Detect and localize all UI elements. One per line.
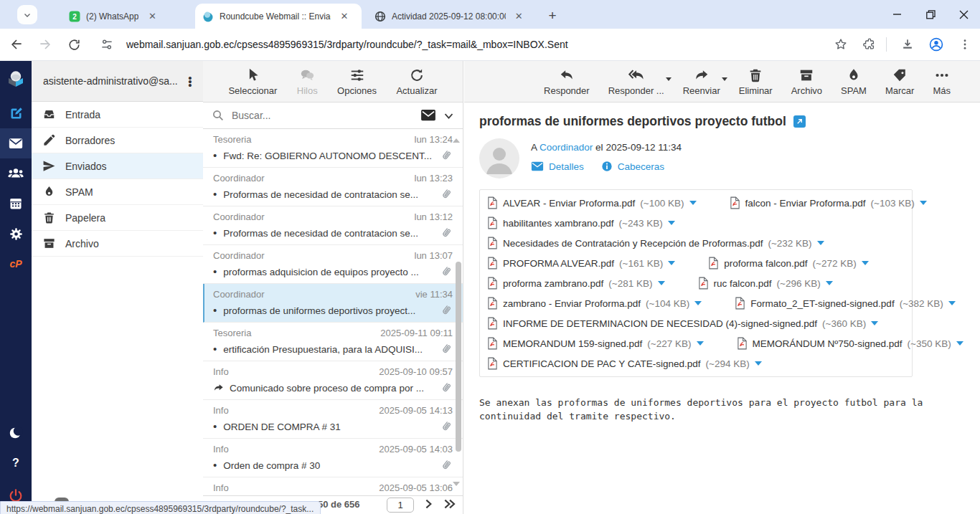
compose-icon[interactable] <box>0 98 32 128</box>
new-tab-button[interactable]: + <box>542 6 562 26</box>
attachment-menu-caret-icon[interactable] <box>658 281 665 289</box>
details-link[interactable]: Detalles <box>531 161 584 172</box>
attachment[interactable]: CERTIFICACION DE PAC Y CATE-signed.pdf(~… <box>487 357 762 370</box>
page-number-input[interactable] <box>387 498 414 513</box>
message-row[interactable]: Coordinadorlun 13:07 •proformas adquisic… <box>203 245 463 284</box>
search-options-chevron-icon[interactable] <box>443 110 454 121</box>
attachment[interactable]: ruc falcon.pdf(~296 KB) <box>698 277 833 290</box>
mark-button[interactable]: Marcar <box>885 67 914 96</box>
scroll-down-arrow[interactable] <box>453 482 460 490</box>
attachment-menu-caret-icon[interactable] <box>956 341 963 349</box>
tab-close-icon[interactable]: ✕ <box>146 10 159 23</box>
archive-button[interactable]: Archivo <box>791 67 822 96</box>
attachment[interactable]: MEMORANDUM 159-signed.pdf(~227 KB) <box>487 337 704 350</box>
restore-button[interactable] <box>914 0 947 29</box>
threads-button[interactable]: Hilos <box>297 67 318 96</box>
sidebar-item-enviados[interactable]: Enviados <box>32 153 203 179</box>
refresh-button[interactable]: Actualizar <box>396 67 437 96</box>
attachment-menu-caret-icon[interactable] <box>948 301 956 309</box>
sidebar-item-archivo[interactable]: Archivo <box>32 231 203 257</box>
delete-button[interactable]: Eliminar <box>739 67 773 96</box>
attachment[interactable]: proforma zambrano.pdf(~281 KB) <box>487 277 665 290</box>
attachment[interactable]: falcon - Enviar Proforma.pdf(~103 KB) <box>730 196 927 209</box>
url-text[interactable]: webmail.sanjuan.gob.ec/cpsess4895969315/… <box>126 39 568 50</box>
attachment-menu-caret-icon[interactable] <box>920 201 927 209</box>
back-button[interactable] <box>4 32 29 57</box>
profile-avatar-icon[interactable] <box>924 32 948 57</box>
sidebar-item-entrada[interactable]: Entrada <box>32 102 203 128</box>
attachment[interactable]: zambrano - Enviar Proforma.pdf(~104 KB) <box>487 297 702 310</box>
message-row[interactable]: Info2025-09-05 14:13 •ORDEN DE COMPRA # … <box>203 400 463 439</box>
message-row[interactable]: Tesoreria2025-09-11 09:11 •ertificación … <box>203 323 463 361</box>
dropdown-caret-icon[interactable] <box>666 77 672 84</box>
last-page-icon[interactable] <box>443 498 457 510</box>
next-page-icon[interactable] <box>423 498 434 510</box>
attachment[interactable]: INFORME DE DETERMINACION DE NECESIDAD (4… <box>487 317 878 330</box>
message-row-selected[interactable]: Coordinadorvie 11:34 •proformas de unifo… <box>203 284 463 323</box>
attachment[interactable]: PROFORMA ALVEAR.pdf(~161 KB) <box>487 257 675 270</box>
attachment[interactable]: Formato_2_ET-signed-signed.pdf(~382 KB) <box>735 297 956 310</box>
sidebar-item-spam[interactable]: SPAM <box>32 179 203 205</box>
bookmark-star-icon[interactable] <box>829 32 853 57</box>
tab-actividad[interactable]: Actividad 2025-09-12 08:00:00 ✕ <box>367 4 532 29</box>
tab-close-icon[interactable]: ✕ <box>513 10 525 23</box>
message-row[interactable]: Info2025-09-10 09:57 Comunicado sobre pr… <box>203 361 463 400</box>
forward-button[interactable]: Reenviar <box>683 67 720 96</box>
open-in-new-window-icon[interactable] <box>793 115 806 128</box>
options-button[interactable]: Opciones <box>337 67 377 96</box>
close-window-button[interactable] <box>947 0 980 29</box>
attachment-menu-caret-icon[interactable] <box>668 221 675 229</box>
calendar-icon[interactable] <box>0 189 32 219</box>
settings-gear-icon[interactable] <box>0 219 32 249</box>
browser-menu-kebab-icon[interactable] <box>953 32 977 57</box>
recipient-link[interactable]: Coordinador <box>540 142 593 153</box>
tab-close-icon[interactable]: ✕ <box>338 10 351 23</box>
more-button[interactable]: Más <box>933 67 951 96</box>
search-input[interactable] <box>232 110 413 121</box>
attachment[interactable]: habilitantes xambrano.pdf(~243 KB) <box>487 216 675 229</box>
attachment-menu-caret-icon[interactable] <box>817 241 824 249</box>
dropdown-caret-icon[interactable] <box>722 77 727 84</box>
tab-roundcube-active[interactable]: Roundcube Webmail :: Enviados ✕ <box>195 4 362 29</box>
site-controls-icon[interactable] <box>95 32 119 57</box>
attachment-menu-caret-icon[interactable] <box>862 261 869 269</box>
attachment-menu-caret-icon[interactable] <box>689 201 697 209</box>
attachment-menu-caret-icon[interactable] <box>871 321 878 329</box>
message-row[interactable]: Coordinadorlun 13:12 •Proformas de neces… <box>203 206 463 245</box>
extensions-icon[interactable] <box>857 32 882 57</box>
spam-button[interactable]: SPAM <box>841 67 867 96</box>
attachment-menu-caret-icon[interactable] <box>755 361 762 369</box>
message-row[interactable]: Info2025-09-05 13:06 <box>203 477 463 495</box>
minimize-button[interactable] <box>881 0 914 29</box>
select-button[interactable]: Seleccionar <box>228 67 277 96</box>
list-scrollbar-thumb[interactable] <box>456 262 461 452</box>
attachment[interactable]: MEMORÁNDUM Nº750-signed.pdf(~350 KB) <box>737 337 963 350</box>
attachment-menu-caret-icon[interactable] <box>826 281 833 289</box>
roundcube-logo-icon[interactable] <box>0 61 32 98</box>
sidebar-item-borradores[interactable]: Borradores <box>32 128 203 153</box>
account-menu-kebab-icon[interactable]: ••• <box>184 76 196 87</box>
attachment[interactable]: proforma falcon.pdf(~272 KB) <box>708 257 868 270</box>
downloads-icon[interactable] <box>895 32 920 57</box>
mail-section-icon[interactable] <box>0 128 32 158</box>
forward-button[interactable] <box>33 32 57 57</box>
reload-button[interactable] <box>62 32 86 57</box>
attachment[interactable]: ALVEAR - Enviar Proforma.pdf(~100 KB) <box>487 196 697 209</box>
cpanel-icon[interactable]: cP <box>0 249 32 279</box>
message-row[interactable]: Info2025-09-05 14:03 •Orden de compra # … <box>203 439 463 477</box>
tab-search-button[interactable] <box>17 5 37 24</box>
tab-whatsapp[interactable]: 2 (2) WhatsApp ✕ <box>62 4 191 29</box>
help-icon[interactable]: ? <box>0 448 32 478</box>
account-header[interactable]: asistente-administrativo@sa... ••• <box>32 61 203 102</box>
message-row[interactable]: Tesorerialun 13:24 •Fwd: Re: GOBIERNO AU… <box>203 129 463 168</box>
contacts-icon[interactable] <box>0 158 32 189</box>
sidebar-item-papelera[interactable]: Papelera <box>32 205 203 231</box>
headers-link[interactable]: Cabeceras <box>601 161 664 172</box>
attachment-menu-caret-icon[interactable] <box>668 261 675 269</box>
attachment[interactable]: Necesidades de Contratación y Recepción … <box>487 237 824 249</box>
reply-all-button[interactable]: Responder ... <box>608 67 664 96</box>
attachment-menu-caret-icon[interactable] <box>694 301 702 309</box>
attachment-menu-caret-icon[interactable] <box>697 341 704 349</box>
message-row[interactable]: Coordinadorlun 13:23 •Proformas de neces… <box>203 168 463 206</box>
dark-mode-moon-icon[interactable] <box>0 418 32 448</box>
